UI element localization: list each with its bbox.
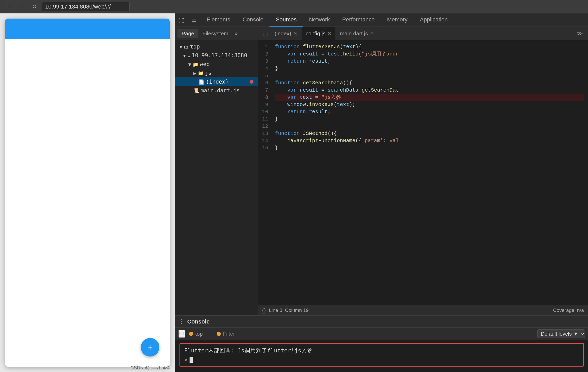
editor-tab-config-js[interactable]: config.js ✕	[301, 27, 336, 40]
code-lines[interactable]: function flutterGetJs(text){ var result …	[271, 40, 588, 305]
console-input-line[interactable]: >	[184, 357, 579, 363]
code-line-1: function flutterGetJs(text){	[275, 43, 584, 51]
line-num-10: 10	[258, 108, 271, 116]
devtools-main: Page Filesystem » ▼ 🗂 top	[175, 27, 588, 372]
tab-console[interactable]: Console	[236, 13, 270, 27]
code-line-14: javascriptFunctionName({'param':'val	[275, 137, 584, 144]
console-top-selector[interactable]: top	[189, 331, 203, 337]
browser-toolbar: ← → ↻	[0, 0, 588, 13]
phone-body: +	[5, 39, 170, 367]
close-main-tab-icon[interactable]: ✕	[370, 31, 374, 36]
filter-input[interactable]	[223, 331, 274, 337]
folder-icon: 🗂	[184, 44, 189, 50]
refresh-button[interactable]: ↻	[30, 2, 39, 11]
code-line-12	[275, 123, 584, 130]
tree-item-web[interactable]: ▼ 📁 web	[175, 60, 258, 69]
sources-panel: Page Filesystem » ▼ 🗂 top	[175, 27, 588, 315]
code-line-15: }	[275, 144, 584, 152]
tab-application[interactable]: Application	[414, 13, 454, 27]
forward-button[interactable]: →	[17, 2, 27, 11]
breakpoint-indicator	[250, 80, 254, 84]
tab-sources[interactable]: Sources	[270, 13, 303, 27]
console-cursor	[190, 357, 193, 363]
tab-network[interactable]: Network	[303, 13, 336, 27]
line-num-14: 14	[258, 137, 271, 144]
line-num-7: 7	[258, 87, 271, 94]
line-num-4: 4	[258, 65, 271, 72]
coverage-status: Coverage: n/a	[553, 308, 584, 313]
close-index-tab-icon[interactable]: ✕	[293, 31, 297, 36]
js-file-icon: 📜	[193, 88, 199, 93]
filter-dot-icon	[217, 332, 221, 336]
tree-item-main-dart-js[interactable]: 📜 main.dart.js	[175, 86, 258, 95]
cursor-position: Line 8, Column 19	[269, 308, 309, 313]
line-num-11: 11	[258, 116, 271, 123]
devtools-panel: ⬚ ☰ Elements Console Sources Network Per…	[175, 13, 588, 372]
tree-item-js[interactable]: ▶ 📁 js	[175, 69, 258, 77]
line-numbers: 1 2 3 4 5 6 7 8 9 10 11 12 13	[258, 40, 271, 305]
inspect-icon[interactable]: ⬚	[175, 15, 188, 26]
device-icon[interactable]: ☰	[188, 15, 200, 26]
editor-tab-index[interactable]: (index) ✕	[271, 27, 301, 40]
code-line-13: function JSMethod(){	[275, 130, 584, 137]
line-num-6: 6	[258, 79, 271, 87]
editor-tabs: ⬚ (index) ✕ config.js ✕ main.dart.js ✕	[258, 27, 588, 40]
console-panel: ⋮ Console ⬚ top — Defaul	[175, 315, 588, 372]
code-line-3: return result;	[275, 58, 584, 65]
add-tab-button[interactable]: ≫	[574, 30, 586, 37]
file-tree-tabs: Page Filesystem »	[175, 27, 258, 40]
line-num-2: 2	[258, 51, 271, 58]
line-num-3: 3	[258, 58, 271, 65]
top-label: top	[195, 331, 203, 337]
code-editor-area: ⬚ (index) ✕ config.js ✕ main.dart.js ✕	[258, 27, 588, 315]
js-folder-icon: 📁	[198, 70, 203, 76]
status-bar: {} Line 8, Column 19 Coverage: n/a	[258, 305, 588, 315]
fab-button[interactable]: +	[141, 338, 159, 357]
console-menu-button[interactable]: ⋮	[178, 318, 184, 325]
console-output-box: Flutter内部回调: Js调用到了flutter!js入参 >	[179, 343, 584, 367]
default-levels-select[interactable]: Default levels ▼	[537, 329, 585, 338]
tree-item-top[interactable]: ▼ 🗂 top	[175, 42, 258, 51]
console-filter-selector[interactable]	[217, 331, 274, 337]
tab-performance[interactable]: Performance	[336, 13, 381, 27]
filesystem-tab[interactable]: Filesystem	[198, 29, 232, 38]
console-header: ⋮ Console	[175, 316, 588, 328]
tab-memory[interactable]: Memory	[381, 13, 414, 27]
tab-elements[interactable]: Elements	[200, 13, 236, 27]
separator-icon: —	[207, 330, 213, 337]
tree-item-index[interactable]: 📄 (index)	[175, 77, 258, 86]
address-bar[interactable]	[42, 2, 129, 11]
console-message: Flutter内部回调: Js调用到了flutter!js入参	[184, 347, 579, 354]
close-config-tab-icon[interactable]: ✕	[328, 31, 331, 36]
browser-viewport: + CSDN @lt—zhai样	[0, 13, 175, 372]
console-prompt: >	[184, 357, 187, 363]
orange-dot-icon	[189, 332, 193, 336]
code-line-8: var text = "js入参"	[275, 94, 584, 101]
format-button[interactable]: {}	[262, 307, 266, 314]
file-tree: ▼ 🗂 top ▼ ☁ 10.99.17.134:8080 ▼	[175, 40, 258, 315]
folder-arrow-icon: ▼	[179, 44, 182, 50]
code-line-9: window.invokeJs(text);	[275, 101, 584, 108]
editor-tab-main-dart-js[interactable]: main.dart.js ✕	[336, 27, 378, 40]
console-tab-label[interactable]: Console	[187, 318, 210, 325]
code-line-11: }	[275, 116, 584, 123]
code-line-2: var result = test.hello("js调用了andr	[275, 51, 584, 58]
file-tree-sidebar: Page Filesystem » ▼ 🗂 top	[175, 27, 258, 315]
line-num-5: 5	[258, 72, 271, 79]
console-sidebar-icon[interactable]: ⬚	[178, 330, 185, 338]
line-num-9: 9	[258, 101, 271, 108]
js-folder-expand-icon: ▶	[193, 70, 196, 76]
main-container: + CSDN @lt—zhai样 ⬚ ☰ Elements Console So…	[0, 13, 588, 372]
editor-sidebar-toggle[interactable]: ⬚	[260, 29, 271, 38]
page-tab[interactable]: Page	[177, 29, 198, 38]
phone-header	[5, 19, 170, 39]
code-content: 1 2 3 4 5 6 7 8 9 10 11 12 13	[258, 40, 588, 305]
code-line-10: return result;	[275, 108, 584, 116]
console-content: Flutter内部回调: Js调用到了flutter!js入参 >	[175, 340, 588, 372]
back-button[interactable]: ←	[4, 2, 14, 11]
folder-expand-icon: ▼	[188, 62, 191, 67]
watermark: CSDN @lt—zhai样	[130, 365, 170, 371]
web-folder-icon: 📁	[193, 62, 198, 67]
more-tabs-button[interactable]: »	[234, 30, 238, 37]
tree-item-host[interactable]: ▼ ☁ 10.99.17.134:8080	[175, 51, 258, 60]
